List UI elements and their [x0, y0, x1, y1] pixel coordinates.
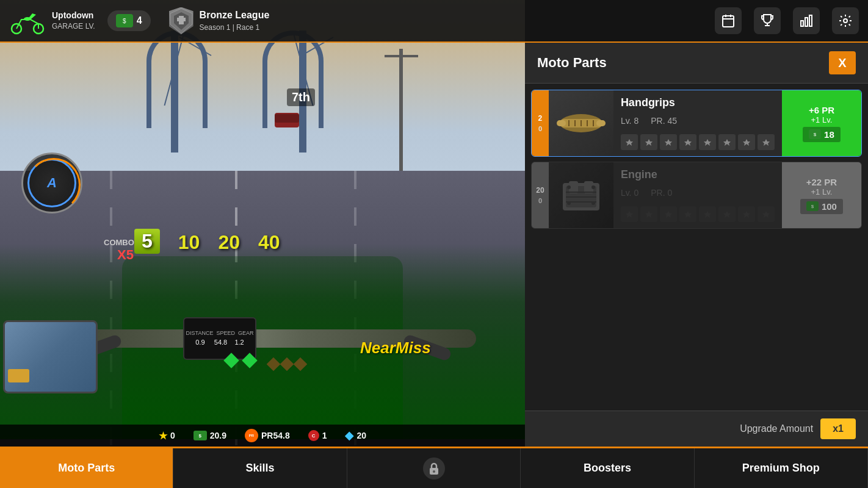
- eng-cost-icon: $: [806, 201, 819, 211]
- panel-footer: Upgrade Amount x1: [525, 411, 868, 447]
- eng-star-3: [660, 206, 677, 222]
- svg-rect-9: [801, 21, 803, 26]
- engine-image: [549, 162, 613, 228]
- handgrips-card[interactable]: 2 0 Handgrips: [531, 90, 862, 157]
- diamond-icon: ◆: [345, 429, 353, 442]
- svg-marker-23: [645, 139, 653, 146]
- engine-card[interactable]: 20 0: [531, 162, 862, 229]
- svg-rect-10: [805, 18, 808, 26]
- auto-drive-inner: A: [27, 159, 76, 207]
- moto-parts-panel: Moto Parts X 2 0: [525, 43, 868, 447]
- game-viewport: 7th A COMBO: X5 5 10 20 40 NearMiss DIST…: [0, 0, 525, 488]
- pr-status: PR PR54.8: [245, 429, 290, 442]
- svg-marker-24: [665, 139, 672, 146]
- league-text-info: Bronze League Season 1 | Race 1: [200, 9, 270, 32]
- coin-icon: C: [308, 430, 319, 441]
- handgrips-badge: 2 0: [532, 90, 549, 156]
- star-icon: ★: [159, 430, 167, 442]
- engine-info: Engine Lv. 0 PR. 0: [613, 162, 782, 228]
- player-name: Uptodown: [52, 10, 95, 22]
- panel-title: Moto Parts: [537, 55, 607, 71]
- league-info-section: Bronze League Season 1 | Race 1: [169, 7, 715, 35]
- svg-marker-22: [626, 139, 633, 146]
- nav-premium-shop[interactable]: Premium Shop: [695, 448, 868, 488]
- svg-marker-28: [743, 139, 750, 146]
- star-8: [758, 134, 775, 150]
- left-mirror: [3, 320, 98, 393]
- league-name: Bronze League: [200, 9, 270, 22]
- cost-icon: $: [809, 129, 821, 139]
- stars-status: ★ 0: [159, 430, 175, 442]
- engine-badge: 20 0: [532, 162, 549, 228]
- handgrips-stars: [621, 134, 775, 150]
- handgrips-cost: $ 18: [803, 127, 841, 142]
- svg-marker-47: [743, 211, 750, 218]
- engine-level-row: Lv. 0 PR. 0: [621, 188, 775, 198]
- engine-stars: [621, 206, 775, 222]
- svg-rect-16: [596, 120, 606, 126]
- eng-star-6: [718, 206, 736, 222]
- upgrade-amount-label: Upgrade Amount: [740, 423, 813, 434]
- hud-topbar: Uptodown GARAGE LV. $ 4 Bronze League Se…: [0, 0, 868, 43]
- svg-marker-44: [684, 211, 692, 218]
- svg-marker-46: [723, 211, 731, 218]
- player-garage: GARAGE LV.: [52, 21, 95, 32]
- svg-rect-11: [809, 15, 812, 26]
- speed-5: 5: [134, 229, 160, 254]
- svg-point-2: [24, 17, 31, 21]
- calendar-button[interactable]: [715, 7, 742, 34]
- settings-button[interactable]: [832, 7, 859, 34]
- player-info-section: Uptodown GARAGE LV.: [9, 7, 95, 35]
- position-indicator: 7th: [287, 88, 315, 106]
- auto-drive-button[interactable]: A: [21, 152, 82, 214]
- svg-marker-27: [723, 139, 731, 146]
- coins-status: C 1: [308, 430, 327, 441]
- nav-moto-parts[interactable]: Moto Parts: [0, 448, 173, 488]
- league-season: Season 1 | Race 1: [200, 23, 270, 33]
- handgrips-image: [549, 90, 613, 156]
- star-6: [718, 134, 736, 150]
- svg-marker-41: [626, 211, 633, 218]
- svg-rect-5: [723, 16, 734, 27]
- star-2: [640, 134, 657, 150]
- currency-display: $ 4: [107, 10, 151, 31]
- nav-skills[interactable]: Skills: [173, 448, 347, 488]
- panel-close-button[interactable]: X: [829, 51, 856, 74]
- diamonds-status: ◆ 20: [345, 429, 366, 442]
- star-4: [679, 134, 696, 150]
- speed-10: 10: [178, 231, 200, 254]
- league-shield-icon: [169, 7, 193, 35]
- speed-indicators: 5 10 20 40: [134, 229, 280, 254]
- svg-marker-42: [645, 211, 653, 218]
- nav-lock[interactable]: [347, 448, 521, 488]
- hud-action-icons: [715, 7, 859, 34]
- nav-boosters[interactable]: Boosters: [521, 448, 694, 488]
- traffic-car: [275, 113, 299, 127]
- status-bar: ★ 0 $ 20.9 PR PR54.8 C 1 ◆ 20: [0, 425, 525, 447]
- eng-star-7: [738, 206, 755, 222]
- speed-20: 20: [218, 231, 240, 254]
- star-7: [738, 134, 755, 150]
- bridge-arch-left: [146, 30, 208, 128]
- star-3: [660, 134, 677, 150]
- svg-rect-4: [177, 18, 186, 21]
- eng-star-2: [640, 206, 657, 222]
- upgrade-amount-button[interactable]: x1: [820, 418, 856, 439]
- svg-marker-43: [665, 211, 672, 218]
- svg-rect-15: [557, 120, 566, 126]
- handgrips-name: Handgrips: [621, 96, 775, 109]
- currency-icon: $: [116, 14, 133, 27]
- svg-point-34: [567, 185, 571, 189]
- star-1: [621, 134, 638, 150]
- svg-point-35: [591, 185, 595, 189]
- chart-button[interactable]: [793, 7, 820, 34]
- svg-marker-45: [704, 211, 711, 218]
- speed-40: 40: [258, 231, 280, 254]
- handgrips-upgrade-button[interactable]: +6 PR +1 Lv. $ 18: [782, 90, 861, 156]
- pr-icon: PR: [245, 429, 258, 442]
- engine-upgrade-button[interactable]: +22 PR +1 Lv. $ 100: [782, 162, 861, 228]
- svg-marker-25: [684, 139, 692, 146]
- trophy-button[interactable]: [754, 7, 781, 34]
- svg-marker-48: [762, 211, 770, 218]
- engine-cost: $ 100: [800, 199, 843, 214]
